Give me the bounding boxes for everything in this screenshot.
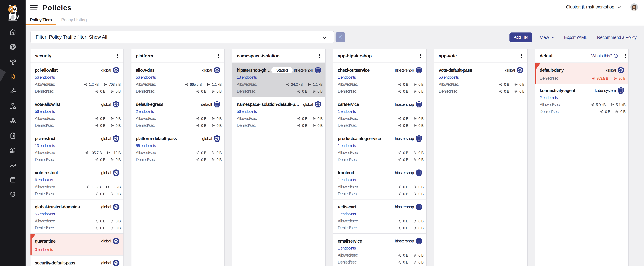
svg-text:ns: ns	[318, 72, 318, 73]
svg-text:ns: ns	[620, 92, 622, 93]
svg-text:ns: ns	[418, 174, 420, 175]
svg-text:ns: ns	[418, 208, 420, 210]
svg-text:ns: ns	[418, 140, 420, 141]
svg-text:ns: ns	[418, 106, 420, 107]
svg-text:ns: ns	[216, 106, 218, 107]
svg-text:ns: ns	[418, 72, 420, 73]
svg-text:ns: ns	[418, 242, 420, 244]
